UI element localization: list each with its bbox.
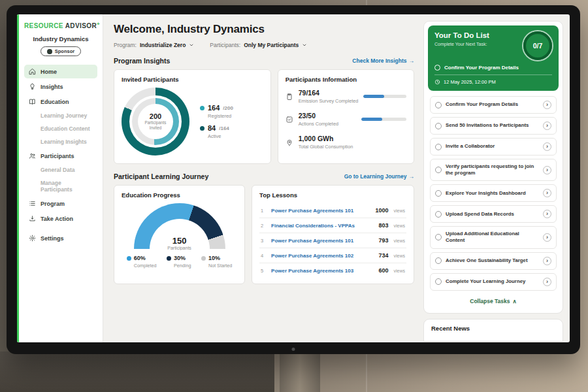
lesson-views: 734 [378,252,388,259]
lesson-link[interactable]: Power Purchase Agreements 103 [271,268,373,274]
task-item[interactable]: Explore Your Insights Dashboard› [430,184,557,202]
chevron-right-icon[interactable]: › [543,278,551,286]
legend-label: Registered [208,113,233,119]
sidebar-item-home[interactable]: Home [24,65,97,78]
lesson-link[interactable]: Financial Considerations - VPPAs [271,223,373,229]
task-checkbox[interactable] [435,167,442,173]
participants-information-card: Participants Information 79/164 Emission… [278,69,414,164]
sidebar-item-label: Insights [41,84,63,90]
sidebar-item-settings[interactable]: Settings [24,231,97,245]
recent-news-title: Recent News [431,325,470,332]
sidebar-item-education-content[interactable]: Education Content [24,123,97,135]
todo-title: Your To Do List [434,31,489,39]
task-item[interactable]: Verify participants requesting to join t… [430,159,557,181]
check-more-insights-link[interactable]: Check More Insights → [352,57,414,64]
stat-value: 79/164 [299,89,359,97]
todo-due-text: 12 May 2025, 12:00 PM [444,79,496,85]
todo-subtitle: Complete Your Next Task: [434,42,489,46]
chevron-right-icon[interactable]: › [543,101,551,109]
lesson-views-label: views [393,208,405,213]
lesson-views: 793 [378,237,388,244]
invited-donut: 200 Participants Invited [122,88,189,155]
chevron-right-icon[interactable]: › [543,210,551,218]
task-checkbox[interactable] [435,190,442,197]
go-to-learning-journey-link[interactable]: Go to Learning Journey → [344,173,414,180]
sidebar-item-insights[interactable]: Insights [24,80,97,93]
sidebar-item-manage-participants[interactable]: Manage Participants [24,177,97,195]
invited-donut-center: 200 Participants Invited [138,104,173,139]
stat-label: Actions Completed [299,121,356,127]
task-checkbox[interactable] [435,278,442,285]
chevron-up-icon: ∧ [513,298,517,304]
lesson-row: 3 Power Purchase Agreements 101 793 view… [259,233,406,248]
legend-total: /200 [223,105,233,111]
sidebar-item-program[interactable]: Program [24,197,97,210]
lesson-rank: 2 [261,223,266,229]
todo-next-task[interactable]: Confirm Your Program Details [434,65,552,71]
chevron-right-icon[interactable]: › [543,189,551,197]
lesson-views-label: views [393,253,405,258]
section-title-learning-journey: Participant Learning Journey [114,172,208,180]
lesson-link[interactable]: Power Purchase Agreements 102 [271,253,373,259]
sponsor-badge: Sponsor [41,46,81,56]
task-item[interactable]: Complete Your Learning Journey› [430,273,557,291]
education-progress-card: Education Progress 150 Participants 60% … [114,185,245,284]
sidebar-item-take-action[interactable]: Take Action [24,212,97,225]
sidebar-item-education[interactable]: Education [24,95,97,108]
task-checkbox[interactable] [435,234,442,240]
task-list: Confirm Your Program Details› Send 50 In… [428,91,559,291]
gauge-label: Participants [134,246,225,250]
task-item[interactable]: Upload Additional Educational Content› [430,226,557,248]
program-select-value: Industrialize Zero [140,42,186,48]
app-logo: RESOURCE ADVISOR+ [24,21,97,29]
task-item[interactable]: Confirm Your Program Details› [430,96,557,114]
sidebar-item-general-data[interactable]: General Data [24,164,97,176]
progress-fill [363,95,384,98]
task-checkbox[interactable] [435,123,442,129]
task-label: Invite a Collaborator [446,143,539,150]
lesson-row: 5 Power Purchase Agreements 103 600 view… [259,263,406,278]
lesson-row: 2 Financial Considerations - VPPAs 803 v… [259,218,406,233]
sidebar-item-label: Program [41,201,65,207]
participants-select[interactable]: Participants: Only My Participants [210,42,307,48]
chevron-right-icon[interactable]: › [543,142,551,151]
collapse-tasks-link[interactable]: Collapse Tasks ∧ [428,294,559,309]
task-checkbox[interactable] [434,65,440,71]
todo-progress-ring: 0/7 [523,31,552,60]
legend-dot [200,106,204,110]
task-item[interactable]: Send 50 Invitations to Participants› [430,117,557,135]
stat-row: 1,000 GWh Total Global Consumption [286,135,406,150]
program-select[interactable]: Program: Industrialize Zero [114,42,194,48]
sidebar-item-learning-journey[interactable]: Learning Journey [24,110,97,122]
task-item[interactable]: Invite a Collaborator› [430,138,557,155]
task-checkbox[interactable] [435,144,442,150]
chevron-right-icon[interactable]: › [543,257,551,265]
monitor-stand [280,350,320,392]
legend-label: Not Started [208,263,232,269]
task-checkbox[interactable] [435,211,442,218]
task-label: Verify participants requesting to join t… [446,163,539,176]
task-item[interactable]: Upload Spend Data Records› [430,205,557,223]
task-item[interactable]: Achieve One Sustainability Target› [430,252,557,270]
stat-row: 23/50 Actions Completed [286,112,406,127]
chevron-right-icon[interactable]: › [543,233,551,242]
chevron-right-icon[interactable]: › [543,166,551,174]
sidebar-item-label: Manage Participants [41,180,93,193]
lesson-link[interactable]: Power Purchase Agreements 101 [271,238,373,244]
stat-row: 79/164 Emission Survey Completed [286,89,406,104]
sidebar-item-participants[interactable]: Participants [24,149,97,163]
progress-bar [361,118,406,121]
lesson-link[interactable]: Power Purchase Agreements 101 [271,208,370,214]
task-checkbox[interactable] [435,102,442,108]
task-checkbox[interactable] [435,257,442,264]
sidebar-item-learning-insights[interactable]: Learning Insights [24,136,97,148]
chevron-right-icon[interactable]: › [543,122,551,130]
link-label: Check More Insights [352,57,406,64]
invited-center-label: Participants Invited [141,120,170,130]
clipboard-icon [286,93,293,101]
legend-value: 84 [208,124,216,132]
collapse-label: Collapse Tasks [470,298,510,304]
sponsor-icon [47,49,52,54]
task-label: Upload Additional Educational Content [446,231,539,244]
education-gauge-center: 150 Participants [134,236,225,250]
